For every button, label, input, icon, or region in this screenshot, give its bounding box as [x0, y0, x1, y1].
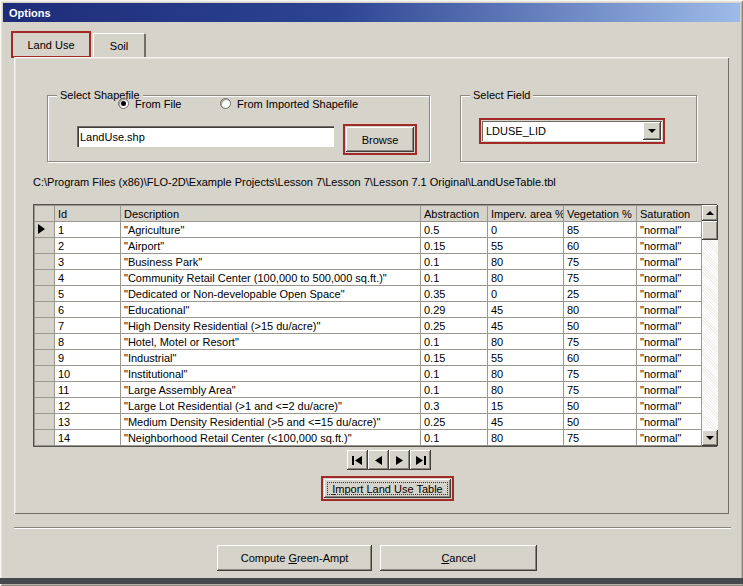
table-row[interactable]: 1"Agriculture"0.5085"normal"	[35, 222, 702, 238]
scroll-up-button[interactable]	[702, 205, 718, 221]
dropdown-button[interactable]	[643, 122, 661, 140]
table-cell[interactable]: 75	[564, 270, 637, 286]
table-cell[interactable]: 0.1	[421, 366, 488, 382]
table-cell[interactable]: 45	[488, 318, 564, 334]
scroll-down-button[interactable]	[702, 430, 718, 446]
table-cell[interactable]: "normal"	[637, 254, 702, 270]
table-cell[interactable]: "normal"	[637, 318, 702, 334]
table-cell[interactable]: 0.35	[421, 286, 488, 302]
table-scrollbar[interactable]	[702, 205, 718, 446]
table-cell[interactable]: 12	[55, 398, 121, 414]
table-cell[interactable]: 4	[55, 270, 121, 286]
last-record-button[interactable]	[410, 450, 431, 470]
table-cell[interactable]: "normal"	[637, 222, 702, 238]
column-header[interactable]: Imperv. area %	[488, 206, 564, 222]
compute-green-ampt-button[interactable]: Compute Green-Ampt	[217, 545, 372, 571]
table-cell[interactable]: 0.1	[421, 382, 488, 398]
field-dropdown[interactable]: LDUSE_LID	[482, 121, 662, 141]
table-row[interactable]: 7"High Density Residential (>15 du/acre)…	[35, 318, 702, 334]
next-record-button[interactable]	[389, 450, 410, 470]
row-selector[interactable]	[35, 350, 55, 366]
table-cell[interactable]: 0.1	[421, 334, 488, 350]
table-cell[interactable]: 60	[564, 238, 637, 254]
table-cell[interactable]: 80	[488, 366, 564, 382]
row-selector[interactable]	[35, 334, 55, 350]
table-cell[interactable]: "Large Lot Residential (>1 and <=2 du/ac…	[121, 398, 421, 414]
browse-button[interactable]: Browse	[346, 127, 414, 152]
table-cell[interactable]: 60	[564, 350, 637, 366]
table-cell[interactable]: 50	[564, 398, 637, 414]
table-row[interactable]: 3"Business Park"0.18075"normal"	[35, 254, 702, 270]
table-cell[interactable]: "Neighborhood Retail Center (<100,000 sq…	[121, 430, 421, 446]
table-cell[interactable]: "Business Park"	[121, 254, 421, 270]
table-cell[interactable]: "Airport"	[121, 238, 421, 254]
table-cell[interactable]: "Hotel, Motel or Resort"	[121, 334, 421, 350]
radio-from-imported-shapefile[interactable]: From Imported Shapefile	[220, 97, 358, 110]
column-header[interactable]: Abstraction	[421, 206, 488, 222]
table-cell[interactable]: "Medium Density Residential (>5 and <=15…	[121, 414, 421, 430]
row-selector[interactable]	[35, 382, 55, 398]
table-cell[interactable]: 15	[488, 398, 564, 414]
table-cell[interactable]: 1	[55, 222, 121, 238]
table-cell[interactable]: 25	[564, 286, 637, 302]
table-cell[interactable]: "normal"	[637, 430, 702, 446]
table-cell[interactable]: "normal"	[637, 334, 702, 350]
table-cell[interactable]: 0.15	[421, 350, 488, 366]
tab-soil[interactable]: Soil	[93, 33, 146, 57]
table-cell[interactable]: 55	[488, 350, 564, 366]
row-selector[interactable]	[35, 302, 55, 318]
table-cell[interactable]: "normal"	[637, 366, 702, 382]
column-header[interactable]: Description	[121, 206, 421, 222]
table-cell[interactable]: 85	[564, 222, 637, 238]
table-cell[interactable]: 75	[564, 334, 637, 350]
table-cell[interactable]: 80	[488, 382, 564, 398]
table-row[interactable]: 9"Industrial"0.155560"normal"	[35, 350, 702, 366]
table-row[interactable]: 4"Community Retail Center (100,000 to 50…	[35, 270, 702, 286]
row-selector[interactable]	[35, 398, 55, 414]
table-cell[interactable]: 0.25	[421, 414, 488, 430]
table-cell[interactable]: 14	[55, 430, 121, 446]
table-row[interactable]: 13"Medium Density Residential (>5 and <=…	[35, 414, 702, 430]
table-cell[interactable]: 0	[488, 286, 564, 302]
row-selector[interactable]	[35, 270, 55, 286]
column-header[interactable]: Vegetation %	[564, 206, 637, 222]
row-selector[interactable]	[35, 286, 55, 302]
table-cell[interactable]: 11	[55, 382, 121, 398]
table-cell[interactable]: "Educational"	[121, 302, 421, 318]
table-cell[interactable]: "Dedicated or Non-developable Open Space…	[121, 286, 421, 302]
row-selector[interactable]	[35, 414, 55, 430]
table-row[interactable]: 11"Large Assembly Area"0.18075"normal"	[35, 382, 702, 398]
table-cell[interactable]: 45	[488, 414, 564, 430]
scrollbar-thumb[interactable]	[702, 221, 718, 240]
table-cell[interactable]: 0.25	[421, 318, 488, 334]
table-cell[interactable]: "normal"	[637, 286, 702, 302]
table-cell[interactable]: 5	[55, 286, 121, 302]
table-row[interactable]: 12"Large Lot Residential (>1 and <=2 du/…	[35, 398, 702, 414]
table-cell[interactable]: 0.3	[421, 398, 488, 414]
titlebar[interactable]: Options	[3, 3, 740, 22]
table-cell[interactable]: 80	[488, 430, 564, 446]
table-cell[interactable]: "normal"	[637, 270, 702, 286]
tab-land-use[interactable]: Land Use	[13, 33, 89, 56]
table-cell[interactable]: 75	[564, 254, 637, 270]
table-row[interactable]: 6"Educational"0.294580"normal"	[35, 302, 702, 318]
table-cell[interactable]: "normal"	[637, 302, 702, 318]
table-cell[interactable]: "normal"	[637, 414, 702, 430]
table-cell[interactable]: 0.1	[421, 254, 488, 270]
row-selector[interactable]	[35, 318, 55, 334]
row-selector[interactable]	[35, 238, 55, 254]
table-cell[interactable]: "Large Assembly Area"	[121, 382, 421, 398]
table-cell[interactable]: 6	[55, 302, 121, 318]
table-cell[interactable]: "normal"	[637, 382, 702, 398]
table-cell[interactable]: "Agriculture"	[121, 222, 421, 238]
row-selector[interactable]	[35, 254, 55, 270]
table-cell[interactable]: 75	[564, 382, 637, 398]
row-selector[interactable]	[35, 430, 55, 446]
table-cell[interactable]: 0.15	[421, 238, 488, 254]
table-cell[interactable]: 50	[564, 318, 637, 334]
table-cell[interactable]: 0.1	[421, 270, 488, 286]
table-row[interactable]: 14"Neighborhood Retail Center (<100,000 …	[35, 430, 702, 446]
table-cell[interactable]: 80	[488, 334, 564, 350]
table-row[interactable]: 5"Dedicated or Non-developable Open Spac…	[35, 286, 702, 302]
previous-record-button[interactable]	[368, 450, 389, 470]
